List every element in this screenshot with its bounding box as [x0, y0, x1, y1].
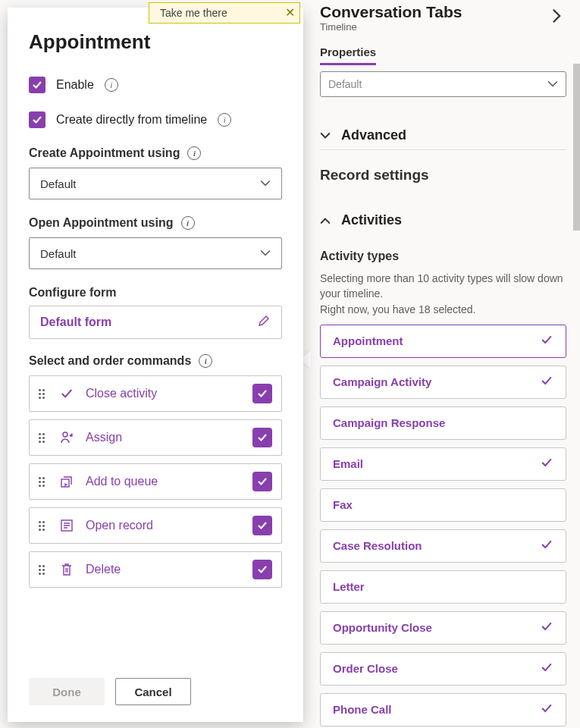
default-form-label: Default form	[40, 315, 111, 329]
activity-type-item[interactable]: Appointment	[320, 325, 566, 358]
commands-list: Close activityAssignAdd to queueOpen rec…	[29, 375, 282, 588]
queue-icon	[58, 474, 75, 489]
tab-properties[interactable]: Properties	[320, 46, 376, 65]
command-label: Delete	[86, 563, 242, 576]
tip-text: Take me there	[160, 7, 227, 19]
open-icon	[58, 518, 75, 533]
configure-form-label: Configure form	[29, 286, 117, 300]
open-using-label: Open Appointment using	[29, 216, 174, 230]
command-label: Assign	[86, 431, 242, 444]
top-select[interactable]: Default	[320, 71, 566, 97]
create-using-value: Default	[40, 177, 77, 190]
command-label: Close activity	[86, 387, 242, 400]
cancel-button[interactable]: Cancel	[115, 678, 191, 705]
create-using-select[interactable]: Default	[29, 168, 282, 199]
command-checkbox[interactable]	[252, 428, 272, 447]
section-advanced[interactable]: Advanced	[320, 121, 566, 150]
activity-type-item[interactable]: Campaign Response	[320, 406, 566, 440]
activity-type-item[interactable]: Order Close	[320, 652, 566, 686]
command-label: Open record	[86, 519, 242, 532]
info-icon[interactable]: i	[199, 354, 212, 368]
activity-type-label: Case Resolution	[333, 539, 422, 552]
create-direct-checkbox[interactable]	[29, 111, 45, 128]
check-icon	[540, 661, 553, 676]
chevron-right-icon[interactable]	[547, 3, 566, 33]
top-select-value: Default	[328, 78, 362, 90]
activity-type-label: Phone Call	[333, 703, 392, 716]
record-settings-header: Record settings	[320, 167, 566, 184]
delete-icon	[58, 562, 75, 577]
activity-type-label: Appointment	[333, 334, 403, 347]
assign-icon	[58, 430, 75, 445]
activity-type-label: Letter	[333, 580, 365, 593]
activity-type-label: Fax	[333, 498, 353, 511]
tip-banner[interactable]: Take me there ✕	[149, 2, 300, 24]
activity-type-label: Campaign Activity	[333, 375, 431, 388]
close-icon[interactable]: ✕	[285, 5, 295, 20]
check-icon	[540, 620, 553, 635]
create-using-label: Create Appointment using	[29, 146, 180, 160]
activities-label: Activities	[341, 212, 402, 228]
info-icon[interactable]: i	[181, 216, 195, 230]
pane-subtitle: Timeline	[320, 21, 462, 33]
activity-type-item[interactable]: Opportunity Close	[320, 611, 566, 645]
drag-handle-icon[interactable]	[39, 477, 48, 487]
command-label: Add to queue	[86, 475, 242, 488]
activity-type-item[interactable]: Fax	[320, 488, 566, 522]
chevron-up-icon	[320, 215, 331, 226]
info-icon[interactable]: i	[187, 146, 201, 160]
svg-point-0	[63, 432, 67, 437]
chevron-down-icon	[547, 79, 558, 89]
activity-type-item[interactable]: Email	[320, 447, 566, 481]
activity-type-label: Order Close	[333, 662, 398, 675]
activity-type-label: Campaign Response	[333, 416, 445, 429]
activity-type-label: Email	[333, 457, 363, 470]
section-activities[interactable]: Activities	[320, 206, 566, 234]
scrollbar-thumb[interactable]	[573, 64, 580, 231]
drag-handle-icon[interactable]	[39, 433, 48, 443]
enable-checkbox[interactable]	[29, 77, 45, 93]
check-icon	[540, 333, 553, 349]
command-row[interactable]: Assign	[29, 419, 282, 456]
activity-type-item[interactable]: Case Resolution	[320, 529, 566, 563]
drag-handle-icon[interactable]	[39, 389, 48, 399]
info-icon[interactable]: i	[105, 78, 118, 92]
done-button[interactable]: Done	[29, 678, 105, 705]
create-direct-label: Create directly from timeline	[56, 113, 207, 127]
activity-type-item[interactable]: Letter	[320, 570, 566, 604]
check-icon	[540, 456, 553, 472]
default-form-row[interactable]: Default form	[29, 306, 282, 339]
help-text-2: Right now, you have 18 selected.	[320, 302, 566, 317]
activity-type-list: AppointmentCampaign ActivityCampaign Res…	[320, 325, 566, 726]
info-icon[interactable]: i	[218, 113, 231, 127]
command-row[interactable]: Delete	[29, 551, 282, 588]
open-using-select[interactable]: Default	[29, 237, 282, 269]
check-icon	[540, 538, 553, 554]
appointment-flyout: Take me there ✕ Appointment Enable i Cre…	[8, 8, 303, 722]
flyout-title: Appointment	[29, 30, 282, 54]
command-checkbox[interactable]	[252, 384, 272, 403]
command-checkbox[interactable]	[252, 472, 272, 491]
activity-type-item[interactable]: Phone Call	[320, 693, 566, 726]
command-row[interactable]: Open record	[29, 507, 282, 544]
properties-pane: Conversation Tabs Timeline Properties De…	[306, 0, 580, 728]
check-icon	[540, 374, 553, 390]
command-checkbox[interactable]	[252, 560, 272, 579]
drag-handle-icon[interactable]	[39, 565, 48, 575]
command-row[interactable]: Close activity	[29, 375, 282, 412]
activity-type-item[interactable]: Campaign Activity	[320, 366, 566, 399]
advanced-label: Advanced	[341, 127, 406, 143]
check-icon	[540, 701, 553, 717]
chevron-down-icon	[320, 130, 331, 141]
chevron-down-icon	[260, 248, 271, 259]
command-checkbox[interactable]	[252, 516, 272, 535]
open-using-value: Default	[40, 247, 77, 260]
select-order-label: Select and order commands	[29, 354, 191, 368]
drag-handle-icon[interactable]	[39, 521, 48, 531]
chevron-down-icon	[260, 178, 271, 189]
activity-type-label: Opportunity Close	[333, 621, 432, 634]
pencil-icon[interactable]	[257, 314, 271, 331]
check-icon	[58, 386, 75, 401]
command-row[interactable]: Add to queue	[29, 463, 282, 500]
activity-types-label: Activity types	[320, 249, 566, 263]
